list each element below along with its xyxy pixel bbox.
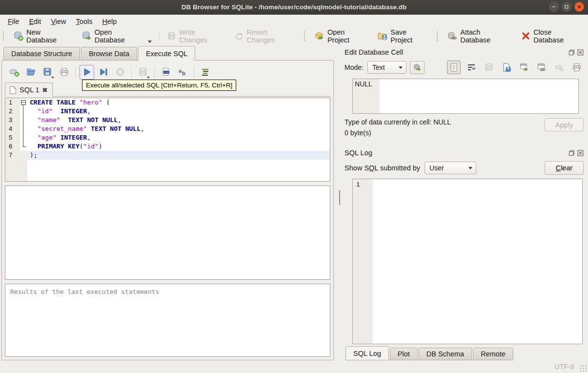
results-placeholder: Results of the last executed statements bbox=[10, 288, 159, 295]
attach-database-button[interactable]: Attach Database bbox=[443, 26, 517, 46]
save-project-button[interactable]: Save Project bbox=[373, 26, 435, 46]
format-sql-button[interactable] bbox=[198, 65, 213, 80]
export-cell-data-button[interactable] bbox=[500, 61, 513, 74]
log-source-select[interactable]: User bbox=[425, 162, 476, 174]
clear-log-button[interactable]: Clear bbox=[545, 161, 584, 175]
sql-document-icon bbox=[9, 86, 17, 94]
open-database-dropdown-caret[interactable] bbox=[148, 41, 152, 43]
execute-all-icon bbox=[82, 67, 92, 77]
menu-view[interactable]: View bbox=[46, 16, 71, 27]
tab-browse-data[interactable]: Browse Data bbox=[81, 47, 137, 60]
tab-execute-sql[interactable]: Execute SQL bbox=[138, 46, 195, 61]
results-message-splitter[interactable] bbox=[5, 280, 330, 284]
results-message-panel[interactable]: Results of the last executed statements bbox=[5, 284, 330, 357]
toolbar-drag-handle[interactable] bbox=[304, 31, 308, 41]
fold-marker[interactable] bbox=[20, 151, 27, 160]
stop-execution-button bbox=[113, 65, 127, 80]
maximize-button[interactable] bbox=[562, 2, 571, 12]
word-wrap-button[interactable] bbox=[465, 61, 478, 74]
sql-tab-close-icon[interactable]: ✖ bbox=[42, 86, 48, 94]
execute-sql-button[interactable] bbox=[80, 65, 94, 80]
save-sql-file-button[interactable] bbox=[40, 65, 55, 80]
close-button[interactable] bbox=[574, 2, 584, 12]
main-tab-bar: Database Structure Browse Data Execute S… bbox=[1, 44, 338, 60]
fold-marker[interactable] bbox=[20, 142, 27, 151]
close-database-button[interactable]: Close Database bbox=[517, 26, 588, 46]
tab-database-structure[interactable]: Database Structure bbox=[3, 47, 80, 60]
code-line[interactable]: 2 "id" INTEGER, bbox=[5, 107, 330, 116]
line-number: 6 bbox=[5, 142, 20, 151]
code-text: CREATE TABLE "hero" ( bbox=[27, 98, 330, 107]
open-in-external-app-button[interactable] bbox=[517, 61, 531, 74]
mode-select[interactable]: Text bbox=[367, 61, 406, 74]
print-button[interactable] bbox=[57, 65, 71, 80]
execute-current-line-button[interactable] bbox=[96, 65, 111, 80]
maximize-icon bbox=[564, 4, 569, 9]
fold-marker[interactable] bbox=[20, 116, 27, 124]
save-file-icon bbox=[42, 67, 53, 77]
copy-link-button[interactable] bbox=[535, 61, 548, 74]
find-button[interactable] bbox=[159, 65, 173, 80]
menu-tools[interactable]: Tools bbox=[71, 16, 98, 27]
fold-marker[interactable] bbox=[20, 124, 27, 133]
app-window: DB Browser for SQLite - /home/user/code/… bbox=[0, 0, 588, 373]
save-file-dropdown-caret[interactable] bbox=[51, 77, 54, 79]
toolbar-drag-handle[interactable] bbox=[3, 31, 7, 41]
tab-plot[interactable]: Plot bbox=[390, 348, 418, 360]
auto-completion-button[interactable]: a b bbox=[175, 65, 190, 80]
close-icon bbox=[577, 4, 582, 9]
open-project-button[interactable]: Open Project bbox=[310, 26, 373, 46]
code-text: "secret_name" TEXT NOT NULL, bbox=[27, 124, 330, 133]
main-vertical-splitter[interactable] bbox=[338, 44, 342, 360]
code-line[interactable]: 1CREATE TABLE "hero" ( bbox=[5, 98, 330, 107]
code-line[interactable]: 4 "secret_name" TEXT NOT NULL, bbox=[5, 124, 330, 133]
edit-cell-close-button[interactable] bbox=[577, 49, 584, 56]
sql-toolbar-separator bbox=[75, 66, 76, 78]
menu-file[interactable]: File bbox=[3, 16, 24, 27]
edit-cell-float-button[interactable] bbox=[568, 49, 575, 56]
sql-editor[interactable]: 1CREATE TABLE "hero" (2 "id" INTEGER,3 "… bbox=[5, 98, 330, 182]
print-cell-button[interactable] bbox=[570, 61, 584, 74]
line-number: 2 bbox=[5, 107, 20, 116]
minimize-button[interactable] bbox=[549, 2, 559, 12]
fold-marker[interactable] bbox=[20, 133, 27, 142]
open-database-button[interactable]: Open Database bbox=[77, 26, 156, 46]
code-line[interactable]: 6 PRIMARY KEY("id") bbox=[5, 142, 330, 151]
fold-marker[interactable] bbox=[20, 107, 27, 116]
fold-marker[interactable] bbox=[20, 98, 27, 107]
sql-1-tab[interactable]: SQL 1 ✖ bbox=[5, 83, 53, 97]
execute-sql-tooltip: Execute all/selected SQL [Ctrl+Return, F… bbox=[82, 80, 236, 91]
edit-cell-title: Edit Database Cell bbox=[345, 48, 403, 56]
code-line[interactable]: 5 "age" INTEGER, bbox=[5, 133, 330, 142]
tab-remote[interactable]: Remote bbox=[473, 348, 513, 360]
auto-apply-button[interactable] bbox=[410, 61, 425, 74]
resize-grip-icon[interactable] bbox=[580, 365, 587, 372]
tab-db-schema[interactable]: DB Schema bbox=[419, 348, 472, 360]
text-mode-button[interactable] bbox=[447, 61, 461, 74]
execute-line-icon bbox=[99, 67, 109, 77]
window-title: DB Browser for SQLite - /home/user/code/… bbox=[182, 3, 406, 11]
code-line[interactable]: 7); bbox=[5, 151, 330, 160]
sql-editor-empty-area[interactable] bbox=[5, 160, 330, 181]
tab-sql-log[interactable]: SQL Log bbox=[345, 346, 389, 360]
menu-help[interactable]: Help bbox=[97, 16, 122, 27]
new-database-button[interactable]: New Database bbox=[9, 26, 77, 46]
main-area: Database Structure Browse Data Execute S… bbox=[0, 44, 588, 360]
sql-log-close-button[interactable] bbox=[577, 149, 584, 156]
sql-log-float-button[interactable] bbox=[568, 149, 575, 156]
results-grid-panel[interactable] bbox=[5, 186, 330, 280]
code-line[interactable]: 3 "name" TEXT NOT NULL, bbox=[5, 116, 330, 124]
line-number: 7 bbox=[5, 151, 20, 160]
toolbar-drag-handle[interactable] bbox=[437, 31, 441, 41]
find-icon bbox=[161, 67, 171, 77]
open-sql-file-button[interactable] bbox=[23, 65, 38, 80]
cell-value-editor[interactable]: NULL bbox=[352, 79, 579, 114]
open-external-icon bbox=[519, 62, 529, 72]
editor-results-splitter[interactable] bbox=[5, 182, 330, 186]
cell-mode-row: Mode: Text bbox=[345, 61, 584, 74]
dock-splitter[interactable] bbox=[345, 140, 584, 146]
open-sql-tab-button[interactable] bbox=[7, 65, 21, 80]
menu-edit[interactable]: Edit bbox=[24, 16, 46, 27]
sql-log-view[interactable]: 1 bbox=[352, 179, 583, 344]
open-tab-icon bbox=[9, 67, 20, 77]
